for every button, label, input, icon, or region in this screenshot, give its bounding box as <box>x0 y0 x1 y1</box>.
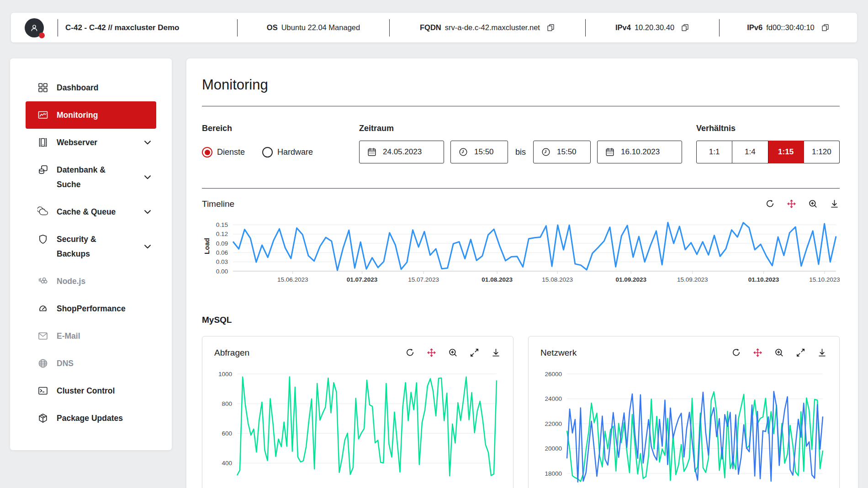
zoom-in-icon[interactable] <box>448 347 458 358</box>
download-icon[interactable] <box>829 199 840 209</box>
os-label: OS <box>267 23 278 32</box>
sidebar-item-label: Security & Backups <box>57 232 126 261</box>
ratio-button-1-15[interactable]: 1:15 <box>768 141 804 163</box>
page-title: Monitoring <box>202 77 840 93</box>
svg-text:Load: Load <box>203 238 211 254</box>
sidebar-item-datenbank-suche[interactable]: Datenbank & Suche <box>26 156 156 198</box>
svg-text:26000: 26000 <box>545 371 562 378</box>
sidebar-item-label: E-Mail <box>57 329 80 343</box>
radio-hardware[interactable]: Hardware <box>262 147 313 157</box>
ipv4-value: 10.20.30.40 <box>635 23 674 32</box>
copy-icon[interactable] <box>681 23 689 32</box>
sidebar-item-cache-queue[interactable]: Cache & Queue <box>26 198 156 226</box>
account-segment <box>11 13 58 42</box>
sidebar-item-label: Cache & Queue <box>57 205 116 219</box>
sidebar-item-email: E-Mail <box>26 322 156 350</box>
pan-icon[interactable] <box>786 199 797 209</box>
abfragen-toolbar <box>405 347 501 358</box>
sidebar-item-shopperformance[interactable]: ShopPerformance <box>26 295 156 322</box>
svg-text:01.07.2023: 01.07.2023 <box>347 276 378 283</box>
shield-icon <box>37 234 48 245</box>
ipv6-info: IPv6 fd00::30:40:10 <box>720 13 857 42</box>
sidebar-item-dns: DNS <box>26 350 156 377</box>
ipv4-label: IPv4 <box>615 23 631 32</box>
sidebar-item-security-backups[interactable]: Security & Backups <box>26 226 156 268</box>
svg-text:18000: 18000 <box>545 470 562 477</box>
svg-text:400: 400 <box>222 460 232 467</box>
os-info: OS Ubuntu 22.04 Managed <box>238 13 389 42</box>
hexagons-icon <box>37 276 48 287</box>
svg-text:0.00: 0.00 <box>216 268 228 275</box>
abfragen-card-header: Abfragen <box>214 347 501 358</box>
ratio-button-1-120[interactable]: 1:120 <box>804 141 840 163</box>
verhaeltnis-group: Verhältnis 1:1 1:4 1:15 1:120 <box>696 124 840 163</box>
date-to-field[interactable]: 16.10.2023 <box>597 141 682 163</box>
svg-text:800: 800 <box>222 400 232 407</box>
zoom-in-icon[interactable] <box>774 347 784 358</box>
sidebar-item-cluster-control[interactable]: Cluster Control <box>26 377 156 404</box>
netzwerk-chart[interactable]: 2600024000220002000018000 <box>540 362 827 488</box>
time-from-field[interactable]: 15:50 <box>450 141 508 163</box>
copy-icon[interactable] <box>821 23 830 32</box>
netzwerk-title: Netzwerk <box>540 348 577 358</box>
timeline-section-header: Timeline <box>202 199 840 209</box>
person-icon <box>29 23 39 33</box>
radio-label: Hardware <box>277 147 313 157</box>
svg-text:01.08.2023: 01.08.2023 <box>482 276 513 283</box>
clock-icon <box>458 147 468 157</box>
ratio-button-1-4[interactable]: 1:4 <box>732 141 768 163</box>
sidebar-item-package-updates[interactable]: Package Updates <box>26 404 156 432</box>
radio-dienste[interactable]: Dienste <box>202 147 245 157</box>
bis-label: bis <box>515 147 526 157</box>
pan-icon[interactable] <box>752 347 763 358</box>
radio-icon <box>202 147 212 157</box>
divider <box>202 106 840 106</box>
speedometer-icon <box>37 303 48 314</box>
netzwerk-card-header: Netzwerk <box>540 347 827 358</box>
copy-icon[interactable] <box>546 23 555 32</box>
download-icon[interactable] <box>817 347 827 358</box>
abfragen-chart[interactable]: 1000800600400 <box>214 362 501 488</box>
svg-text:24000: 24000 <box>545 395 562 402</box>
svg-text:0.09: 0.09 <box>216 240 228 247</box>
calendar-icon <box>605 147 615 157</box>
ratio-button-1-1[interactable]: 1:1 <box>696 141 732 163</box>
user-avatar[interactable] <box>25 18 44 37</box>
svg-text:20000: 20000 <box>545 445 562 452</box>
netzwerk-card: Netzwerk <box>528 336 840 488</box>
sidebar-nav: Dashboard Monitoring Webserver Datenbank… <box>10 58 172 450</box>
sidebar-item-webserver[interactable]: Webserver <box>26 129 156 156</box>
line-chart-icon <box>37 110 48 121</box>
top-header-bar: C-42 - C-42 // maxcluster Demo OS Ubuntu… <box>11 13 857 42</box>
sidebar-item-label: Package Updates <box>57 411 123 425</box>
expand-icon[interactable] <box>469 347 480 358</box>
refresh-icon[interactable] <box>731 347 741 358</box>
grid-icon <box>37 82 48 93</box>
envelope-icon <box>37 331 48 341</box>
date-to-value: 16.10.2023 <box>621 147 660 157</box>
os-value: Ubuntu 22.04 Managed <box>281 23 360 32</box>
fqdn-value: srv-a-de.c-42.maxcluster.net <box>445 23 540 32</box>
time-to-field[interactable]: 15:50 <box>533 141 591 163</box>
sidebar-item-monitoring[interactable]: Monitoring <box>26 101 156 129</box>
download-icon[interactable] <box>491 347 501 358</box>
timeline-chart[interactable]: 0.150.120.090.060.030.0015.06.202301.07.… <box>202 218 840 295</box>
refresh-icon[interactable] <box>405 347 415 358</box>
svg-text:15.10.2023: 15.10.2023 <box>809 276 840 283</box>
sidebar-item-label: Dashboard <box>57 80 98 95</box>
svg-text:15.08.2023: 15.08.2023 <box>542 276 573 283</box>
divider <box>202 188 840 189</box>
netzwerk-toolbar <box>731 347 827 358</box>
zoom-in-icon[interactable] <box>808 199 818 209</box>
date-from-field[interactable]: 24.05.2023 <box>359 141 444 163</box>
svg-text:15.09.2023: 15.09.2023 <box>677 276 708 283</box>
sidebar-item-dashboard[interactable]: Dashboard <box>26 74 156 101</box>
calendar-icon <box>367 147 377 157</box>
refresh-icon[interactable] <box>765 199 775 209</box>
ipv6-label: IPv6 <box>747 23 762 32</box>
pan-icon[interactable] <box>426 347 437 358</box>
bereich-group: Bereich Dienste Hardware <box>202 124 359 157</box>
expand-icon[interactable] <box>795 347 806 358</box>
svg-text:0.15: 0.15 <box>216 221 228 228</box>
sidebar-item-label: Monitoring <box>57 108 98 122</box>
